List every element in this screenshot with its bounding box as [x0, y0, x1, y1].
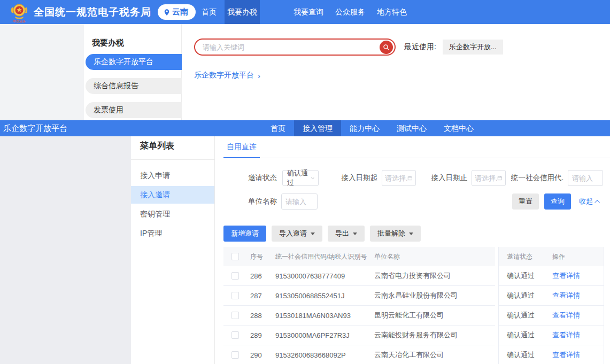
platform-nav: 首页 接入管理 能力中心 测试中心 文档中心 [262, 120, 482, 136]
batch-remove-button[interactable]: 批量解除 [370, 226, 421, 242]
view-detail-link[interactable]: 查看详情 [552, 350, 604, 360]
company-cell: 云南永昌硅业股份有限公司 [369, 291, 495, 300]
top-nav-query[interactable]: 我要查询 [291, 0, 326, 24]
table-row-fixed: 确认通过 查看详情 [499, 345, 604, 364]
code-cell: 91530000MA6PF27R3J [270, 331, 369, 339]
invite-status-value: 确认通过 [287, 168, 311, 188]
side-menu: 菜单列表 接入申请 接入邀请 密钥管理 IP管理 [131, 136, 215, 364]
content-panel: 自用直连 邀请状态 确认通过 接入日期起 接入日期止 [215, 136, 610, 364]
platform-nav-home[interactable]: 首页 [262, 120, 294, 136]
status-cell: 确认通过 [499, 291, 552, 300]
region-name: 云南 [172, 7, 188, 17]
export-button[interactable]: 导出 [328, 226, 365, 242]
keyword-search-input[interactable] [203, 43, 380, 51]
top-nav-handle-tax[interactable]: 我要办税 [225, 0, 260, 24]
table-header-row: 序号 统一社会信用代码/纳税人识别号 单位名称 [223, 247, 495, 266]
side-item-access-invite[interactable]: 接入邀请 [131, 186, 214, 204]
mega-content: 最近使用: 乐企数字开放... 乐企数字开放平台 › [182, 24, 610, 120]
date-to-picker[interactable] [472, 170, 506, 186]
company-cell: 昆明云能化工有限公司 [369, 311, 495, 320]
mega-item-info-report[interactable]: 综合信息报告 [86, 78, 182, 94]
main-backdrop [0, 136, 131, 364]
main-area: 菜单列表 接入申请 接入邀请 密钥管理 IP管理 自用直连 邀请状态 确认通过 [0, 136, 610, 364]
query-button[interactable]: 查询 [544, 193, 571, 210]
reset-button[interactable]: 重置 [512, 193, 539, 210]
search-button[interactable] [380, 41, 393, 54]
top-nav-local-features[interactable]: 地方特色 [374, 0, 410, 24]
row-checkbox[interactable] [231, 312, 239, 319]
company-cell: 云南天冶化工有限公司 [369, 350, 495, 360]
side-menu-title: 菜单列表 [131, 141, 214, 160]
platform-result-link-label: 乐企数字开放平台 [194, 71, 254, 80]
view-detail-link[interactable]: 查看详情 [552, 311, 604, 320]
table-toolbar: 新增邀请 导入邀请 导出 批量解除 [223, 226, 610, 242]
recent-used-item[interactable]: 乐企数字开放... [443, 40, 503, 55]
side-item-ip-mgmt[interactable]: IP管理 [131, 224, 214, 242]
seq-cell: 287 [245, 292, 270, 300]
table-row-fixed: 确认通过 查看详情 [499, 266, 604, 286]
mega-menu-panel: 我要办税 乐企数字开放平台 综合信息报告 发票使用 [84, 24, 182, 120]
view-detail-link[interactable]: 查看详情 [552, 291, 604, 300]
company-name-input[interactable] [285, 198, 313, 206]
table-row: 290 91532600683668092P 云南天冶化工有限公司 [223, 345, 495, 364]
row-checkbox[interactable] [231, 351, 239, 359]
tab-self-direct[interactable]: 自用直连 [223, 136, 260, 158]
seq-cell: 286 [245, 272, 270, 280]
import-invite-button[interactable]: 导入邀请 [272, 226, 322, 242]
side-item-access-apply[interactable]: 接入申请 [131, 167, 214, 184]
status-cell: 确认通过 [499, 271, 552, 281]
chevron-up-icon [594, 199, 600, 205]
add-invite-button[interactable]: 新增邀请 [223, 226, 266, 242]
platform-bar: 乐企数字开放平台 首页 接入管理 能力中心 测试中心 文档中心 [0, 120, 610, 136]
date-to-input[interactable] [475, 174, 497, 182]
side-item-key-mgmt[interactable]: 密钥管理 [131, 205, 214, 223]
tab-bar: 自用直连 [223, 136, 610, 158]
credit-code-field [568, 170, 603, 186]
credit-code-input[interactable] [572, 174, 599, 182]
mega-item-invoice-use[interactable]: 发票使用 [86, 102, 182, 118]
invite-status-select[interactable]: 确认通过 [282, 170, 319, 186]
search-icon [383, 44, 390, 51]
table-row: 287 91530500688552451J 云南永昌硅业股份有限公司 [223, 286, 495, 306]
row-checkbox[interactable] [231, 331, 239, 339]
caret-down-icon [311, 233, 315, 235]
seq-cell: 289 [245, 331, 270, 339]
collapse-label: 收起 [579, 197, 593, 206]
status-cell: 确认通过 [499, 311, 552, 320]
calendar-icon [407, 175, 413, 181]
platform-nav-access-mgmt[interactable]: 接入管理 [294, 120, 341, 136]
mega-backdrop [0, 24, 84, 120]
platform-nav-test-center[interactable]: 测试中心 [388, 120, 435, 136]
filter-form: 邀请状态 确认通过 接入日期起 接入日期止 统一社会信 [223, 158, 610, 210]
status-cell: 确认通过 [499, 350, 552, 360]
table-row: 288 91530181MA6N03AN93 昆明云能化工有限公司 [223, 306, 495, 326]
date-from-input[interactable] [385, 174, 407, 182]
col-company-header: 单位名称 [369, 252, 495, 261]
chevron-right-icon: › [258, 71, 260, 80]
row-checkbox[interactable] [231, 272, 239, 280]
platform-nav-capability-center[interactable]: 能力中心 [341, 120, 388, 136]
view-detail-link[interactable]: 查看详情 [552, 271, 604, 281]
table-row: 289 91530000MA6PF27R3J 云南能投财务服务有限公司 [223, 326, 495, 345]
row-checkbox[interactable] [231, 292, 239, 299]
view-detail-link[interactable]: 查看详情 [552, 330, 604, 340]
col-action-header: 操作 [552, 252, 604, 261]
top-nav-home[interactable]: 首页 [199, 0, 219, 24]
company-name-label: 单位名称 [223, 197, 277, 206]
seq-cell: 288 [245, 312, 270, 320]
select-all-checkbox[interactable] [231, 253, 239, 260]
date-from-picker[interactable] [382, 170, 416, 186]
invite-status-label: 邀请状态 [223, 173, 277, 183]
region-selector[interactable]: 云南 [158, 4, 196, 20]
mega-item-leqi-platform[interactable]: 乐企数字开放平台 [86, 54, 182, 70]
platform-result-link[interactable]: 乐企数字开放平台 › [194, 71, 610, 80]
platform-nav-doc-center[interactable]: 文档中心 [435, 120, 482, 136]
top-nav: 首页 我要办税 我要查询 公众服务 地方特色 [199, 0, 410, 24]
top-nav-public-service[interactable]: 公众服务 [333, 0, 368, 24]
credit-code-label: 统一社会信用代... [511, 173, 563, 183]
collapse-toggle[interactable]: 收起 [579, 197, 600, 206]
table-row-fixed: 确认通过 查看详情 [499, 326, 604, 345]
col-status-header: 邀请状态 [499, 252, 552, 261]
table-header-row-fixed: 邀请状态 操作 [499, 247, 604, 266]
col-seq-header: 序号 [245, 252, 270, 261]
